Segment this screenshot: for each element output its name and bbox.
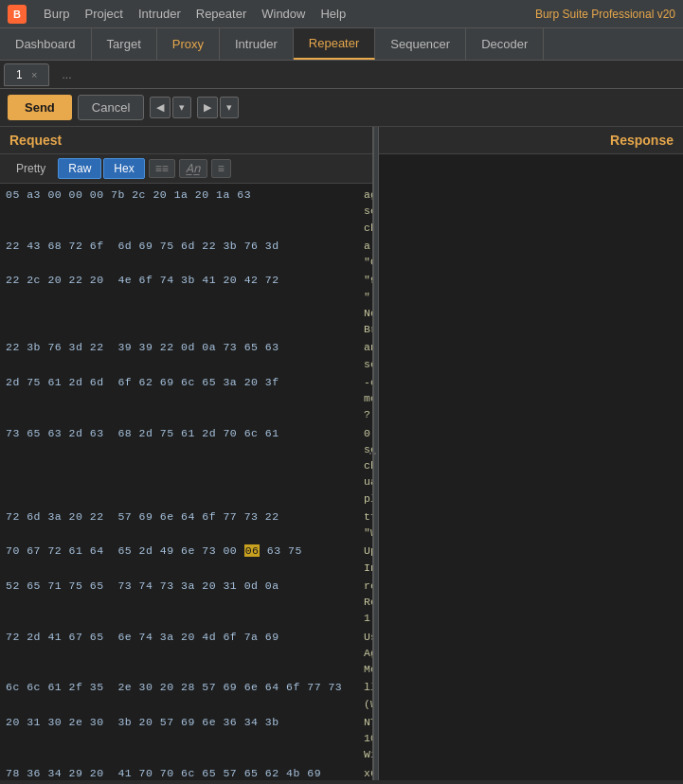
hex-bytes-1: 22 43 68 72 6f 6d 69 75 6d 22 3b 76 3d xyxy=(6,238,356,271)
request-hex-content[interactable]: 05 a3 00 00 00 7b 2c 20 1a 20 1a 63 age:… xyxy=(0,184,372,780)
menu-intruder[interactable]: Intruder xyxy=(131,5,189,23)
hex-highlighted-byte: 06 xyxy=(244,544,261,557)
search-icon-button[interactable]: A̲n̲ xyxy=(179,159,207,178)
toolbar: Send Cancel ◀ ▾ ▶ ▾ xyxy=(0,89,683,127)
hex-row-0: 05 a3 00 00 00 7b 2c 20 1a 20 1a 63 age:… xyxy=(0,186,372,237)
view-tab-raw[interactable]: Raw xyxy=(58,158,101,179)
main-area: Request Pretty Raw Hex ≡≡ A̲n̲ ≡ 05 a3 0… xyxy=(0,127,683,780)
tab-intruder[interactable]: Intruder xyxy=(220,28,294,60)
hex-bytes-12: 78 36 34 29 20 41 70 70 6c 65 57 65 62 4… xyxy=(6,765,356,781)
nav-back-dropdown[interactable]: ▾ xyxy=(172,97,191,118)
hex-bytes-2: 22 2c 20 22 20 4e 6f 74 3b 41 20 42 72 xyxy=(6,272,356,337)
hex-bytes-4: 2d 75 61 2d 6d 6f 62 69 6c 65 3a 20 3f xyxy=(6,374,356,423)
nav-forward-dropdown[interactable]: ▾ xyxy=(220,97,239,118)
view-tab-pretty[interactable]: Pretty xyxy=(6,158,56,179)
menu-repeater[interactable]: Repeater xyxy=(189,5,254,23)
tab-decoder[interactable]: Decoder xyxy=(466,28,544,60)
view-tab-hex[interactable]: Hex xyxy=(103,158,144,179)
hex-row-6: 72 6d 3a 20 22 57 69 6e 64 6f 77 73 22 t… xyxy=(0,508,372,543)
send-button[interactable]: Send xyxy=(8,95,72,120)
hex-ascii-3: and";v="99" sec xyxy=(356,339,372,372)
menu-project[interactable]: Project xyxy=(77,5,130,23)
response-header: Response xyxy=(379,127,683,154)
hex-row-3: 22 3b 76 3d 22 39 39 22 0d 0a 73 65 63 a… xyxy=(0,338,372,373)
repeater-tab-1-close[interactable]: × xyxy=(31,69,37,80)
hex-ascii-1: a: "Chromium";v= xyxy=(356,238,372,271)
nav-forward-group: ▶ ▾ xyxy=(197,97,239,118)
hex-bytes-3: 22 3b 76 3d 22 39 39 22 0d 0a 73 65 63 xyxy=(6,339,356,372)
hex-ascii-11: NT 10.0; Win64; xyxy=(356,714,372,763)
tab-bar: Dashboard Target Proxy Intruder Repeater… xyxy=(0,28,683,61)
hex-row-11: 20 31 30 2e 30 3b 20 57 69 6e 36 34 3b N… xyxy=(0,713,372,764)
hex-bytes-10: 6c 6c 61 2f 35 2e 30 20 28 57 69 6e 64 6… xyxy=(6,679,356,712)
hex-ascii-8: re-Requests: 1 xyxy=(356,578,372,627)
response-content[interactable] xyxy=(379,154,683,780)
menu-icon-button[interactable]: ≡ xyxy=(211,159,231,178)
repeater-tab-1[interactable]: 1 × xyxy=(4,63,49,86)
hex-ascii-2: "97", " Not;A Br xyxy=(356,272,372,337)
menu-bar: B Burp Project Intruder Repeater Window … xyxy=(0,0,683,28)
burp-logo: B xyxy=(8,5,27,24)
hex-row-10: 6c 6c 61 2f 35 2e 30 20 28 57 69 6e 64 6… xyxy=(0,678,372,713)
hex-ascii-7: Upgrade-In�cu xyxy=(356,543,372,576)
hex-row-8: 52 65 71 75 65 73 74 73 3a 20 31 0d 0a r… xyxy=(0,577,372,628)
request-panel: Request Pretty Raw Hex ≡≡ A̲n̲ ≡ 05 a3 0… xyxy=(0,127,373,780)
hex-ascii-9: User-Agent: Mozi xyxy=(356,629,372,678)
tab-proxy[interactable]: Proxy xyxy=(157,28,220,60)
request-header: Request xyxy=(0,127,372,154)
format-icon-button[interactable]: ≡≡ xyxy=(149,159,175,178)
menu-help[interactable]: Help xyxy=(313,5,353,23)
hex-row-1: 22 43 68 72 6f 6d 69 75 6d 22 3b 76 3d a… xyxy=(0,237,372,272)
hex-bytes-6: 72 6d 3a 20 22 57 69 6e 64 6f 77 73 22 xyxy=(6,508,356,542)
tab-repeater[interactable]: Repeater xyxy=(294,28,375,60)
hex-bytes-11: 20 31 30 2e 30 3b 20 57 69 6e 36 34 3b xyxy=(6,714,356,763)
hex-ascii-12: x64) AppleWebKi xyxy=(356,765,372,781)
menu-window[interactable]: Window xyxy=(254,5,313,23)
hex-bytes-9: 72 2d 41 67 65 6e 74 3a 20 4d 6f 7a 69 xyxy=(6,629,356,678)
hex-row-2: 22 2c 20 22 20 4e 6f 74 3b 41 20 42 72 "… xyxy=(0,271,372,338)
request-view-tabs: Pretty Raw Hex ≡≡ A̲n̲ ≡ xyxy=(0,154,372,184)
hex-row-4: 2d 75 61 2d 6d 6f 62 69 6c 65 3a 20 3f -… xyxy=(0,373,372,424)
hex-row-5: 73 65 63 2d 63 68 2d 75 61 2d 70 6c 61 0… xyxy=(0,424,372,508)
cancel-button[interactable]: Cancel xyxy=(78,95,144,120)
hex-row-12: 78 36 34 29 20 41 70 70 6c 65 57 65 62 4… xyxy=(0,764,372,781)
hex-row-7: 70 67 72 61 64 65 2d 49 6e 73 00 06 63 7… xyxy=(0,542,372,577)
hex-row-9: 72 2d 41 67 65 6e 74 3a 20 4d 6f 7a 69 U… xyxy=(0,628,372,679)
nav-back-button[interactable]: ◀ xyxy=(150,97,171,118)
hex-bytes-5: 73 65 63 2d 63 68 2d 75 61 2d 70 6c 61 xyxy=(6,425,356,507)
tab-target[interactable]: Target xyxy=(92,28,157,60)
hex-ascii-6: tform: "Windows" xyxy=(356,508,372,542)
tab-sequencer[interactable]: Sequencer xyxy=(375,28,466,60)
tab-dashboard[interactable]: Dashboard xyxy=(0,28,92,60)
hex-bytes-0: 05 a3 00 00 00 7b 2c 20 1a 20 1a 63 xyxy=(6,187,356,236)
repeater-tab-1-label: 1 xyxy=(16,68,23,81)
hex-ascii-5: 0 sec-ch-ua-pla xyxy=(356,425,372,507)
hex-bytes-7: 70 67 72 61 64 65 2d 49 6e 73 00 06 63 7… xyxy=(6,543,356,576)
hex-ascii-10: lla/5.0 (Windows xyxy=(356,679,372,712)
nav-forward-button[interactable]: ▶ xyxy=(197,97,218,118)
repeater-tab-more[interactable]: ... xyxy=(49,63,83,86)
menu-burp[interactable]: Burp xyxy=(36,5,77,23)
repeater-more-dots: ... xyxy=(62,68,71,81)
nav-back-group: ◀ ▾ xyxy=(150,97,191,118)
hex-ascii-0: age:0 sec chr a xyxy=(356,187,372,236)
hex-bytes-8: 52 65 71 75 65 73 74 73 3a 20 31 0d 0a xyxy=(6,578,356,627)
repeater-tab-bar: 1 × ... xyxy=(0,61,683,89)
hex-ascii-4: -ch-ua-mobile: ? xyxy=(356,374,372,423)
response-panel: Response xyxy=(379,127,683,780)
version-label: Burp Suite Professional v20 xyxy=(535,8,675,21)
